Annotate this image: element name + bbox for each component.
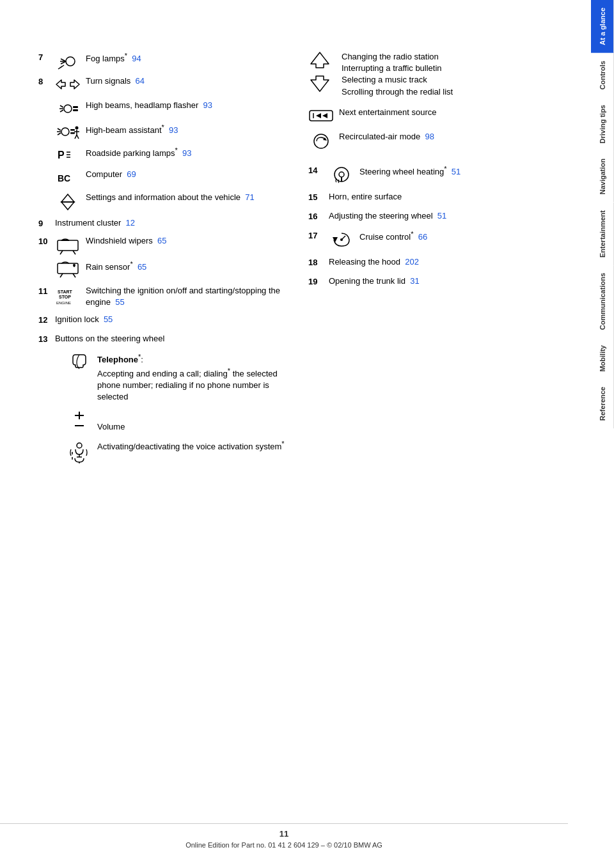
- item-14-text: Steering wheel heating* 51: [359, 164, 565, 178]
- voice-row: Activating/deactivating the voice activa…: [67, 439, 295, 463]
- svg-line-10: [60, 105, 63, 107]
- sidebar-tab-communications[interactable]: Communications: [591, 265, 614, 337]
- settings-info-link[interactable]: 71: [245, 192, 254, 202]
- high-beams-link[interactable]: 93: [203, 100, 212, 110]
- high-beams-text: High beams, headlamp flasher 93: [86, 100, 295, 111]
- svg-line-34: [73, 251, 75, 254]
- item-13-number: 13: [38, 333, 50, 344]
- svg-line-17: [58, 133, 61, 135]
- svg-marker-62: [333, 237, 338, 242]
- high-beam-assistant-row: High-beam assistant* 93: [55, 123, 295, 139]
- rain-sensor-link[interactable]: 65: [138, 263, 146, 272]
- svg-text:START: START: [58, 290, 73, 294]
- voice-text: Activating/deactivating the voice activa…: [97, 439, 295, 453]
- item-16-link[interactable]: 51: [437, 211, 446, 221]
- next-entertainment-text: Next entertainment source: [339, 107, 565, 118]
- svg-line-33: [60, 251, 63, 254]
- svg-point-8: [64, 105, 72, 112]
- item-17-link[interactable]: 66: [418, 232, 427, 242]
- svg-line-16: [58, 128, 61, 130]
- item-8-number: 8: [38, 75, 50, 86]
- spacer: [308, 158, 565, 164]
- item-12-link[interactable]: 55: [104, 314, 113, 324]
- svg-marker-31: [61, 202, 74, 210]
- svg-line-24: [77, 135, 79, 139]
- svg-rect-13: [73, 109, 78, 111]
- computer-row: BC Computer 69: [55, 169, 295, 185]
- item-19-link[interactable]: 31: [410, 276, 419, 286]
- recirculated-air-text: Recirculated-air mode 98: [339, 131, 565, 143]
- item-11-link[interactable]: 55: [115, 297, 124, 307]
- item-12-row: 12 Ignition lock 55: [38, 314, 295, 325]
- arrow-up-icon: [308, 51, 336, 71]
- item-7-link[interactable]: 94: [132, 54, 141, 63]
- sidebar-tab-navigation[interactable]: Navigation: [591, 151, 614, 202]
- page-footer: 11 Online Edition for Part no. 01 41 2 6…: [0, 823, 568, 849]
- parking-lamps-text: Roadside parking lamps* 93: [86, 146, 295, 160]
- item-19-number: 19: [308, 275, 324, 286]
- svg-marker-51: [311, 52, 329, 68]
- svg-text:STOP: STOP: [59, 295, 71, 299]
- next-entertainment-row: Next entertainment source: [308, 107, 565, 123]
- steering-arrows-text: Changing the radio station Interrupting …: [342, 51, 565, 98]
- item-7-asterisk: *: [125, 52, 127, 59]
- computer-icon: BC: [55, 169, 81, 185]
- parking-lamps-icon: P: [55, 146, 81, 162]
- turn-signals-icon: [55, 75, 81, 92]
- phone-row: Telephone*: Accepting and ending a call;…: [67, 352, 295, 403]
- sidebar-tab-controls[interactable]: Controls: [591, 53, 614, 97]
- sidebar-tab-driving-tips[interactable]: Driving tips: [591, 97, 614, 151]
- cruise-control-icon: [329, 229, 354, 249]
- arrow-down-icon: [308, 75, 336, 95]
- item-8-text: Turn signals 64: [86, 75, 295, 87]
- item-19-text: Opening the trunk lid 31: [329, 275, 565, 287]
- item-10-row: 10 Windshield wipers 65: [38, 235, 295, 254]
- svg-point-64: [340, 238, 343, 241]
- item-17-number: 17: [308, 229, 324, 240]
- item-9-number: 9: [38, 217, 50, 228]
- item-7-number: 7: [38, 51, 50, 62]
- svg-point-57: [314, 134, 328, 148]
- main-content: 7 Fog lam: [0, 0, 591, 868]
- high-beam-assistant-text: High-beam assistant* 93: [86, 123, 295, 137]
- item-7-text: Fog lamps* 94: [86, 51, 295, 65]
- steering-wheel-heating-icon: [329, 164, 354, 183]
- high-beam-assistant-link[interactable]: 93: [169, 125, 178, 135]
- item-18-link[interactable]: 202: [405, 257, 419, 267]
- rain-sensor-row: Rain sensor* 65: [55, 260, 295, 279]
- phone-text: Telephone*: Accepting and ending a call;…: [97, 352, 295, 403]
- item-15-text: Horn, entire surface: [329, 191, 565, 203]
- item-15-number: 15: [308, 191, 324, 202]
- svg-point-48: [77, 443, 82, 448]
- svg-marker-30: [61, 194, 74, 202]
- sidebar-tab-at-a-glance[interactable]: At a glance: [591, 0, 614, 53]
- page-container: 7 Fog lam: [0, 0, 614, 868]
- item-11-row: 11 START STOP ENGINE Switching the ignit…: [38, 285, 295, 308]
- item-11-text: Switching the ignition on/off and starti…: [86, 285, 295, 308]
- sidebar-tab-entertainment[interactable]: Entertainment: [591, 203, 614, 265]
- svg-point-14: [61, 128, 69, 136]
- high-beams-row: High beams, headlamp flasher 93: [55, 100, 295, 116]
- svg-rect-32: [58, 240, 78, 251]
- svg-rect-19: [70, 132, 75, 134]
- item-8-row: 8 Turn signals 64: [38, 75, 295, 92]
- item-13-row: 13 Buttons on the steering wheel: [38, 333, 295, 345]
- computer-link[interactable]: 69: [127, 169, 136, 179]
- recirculated-air-link[interactable]: 98: [425, 132, 434, 141]
- svg-rect-12: [73, 106, 78, 108]
- recirculated-air-row: Recirculated-air mode 98: [308, 131, 565, 150]
- left-column: 7 Fog lam: [38, 51, 295, 470]
- sidebar-tab-reference[interactable]: Reference: [591, 379, 614, 428]
- item-15-row: 15 Horn, entire surface: [308, 191, 565, 203]
- item-8-link[interactable]: 64: [136, 76, 145, 86]
- steering-arrows-row: Changing the radio station Interrupting …: [308, 51, 565, 98]
- recirculated-air-icon: [308, 131, 334, 150]
- sidebar-tab-mobility[interactable]: Mobility: [591, 337, 614, 380]
- item-9-link[interactable]: 12: [126, 218, 135, 228]
- parking-lamps-link[interactable]: 93: [182, 148, 191, 158]
- item-10-wipers-text: Windshield wipers 65: [86, 235, 295, 247]
- high-beams-icon: [55, 100, 81, 116]
- item-14-link[interactable]: 51: [452, 167, 460, 176]
- wipers-link[interactable]: 65: [157, 236, 166, 245]
- voice-icon: [67, 439, 92, 463]
